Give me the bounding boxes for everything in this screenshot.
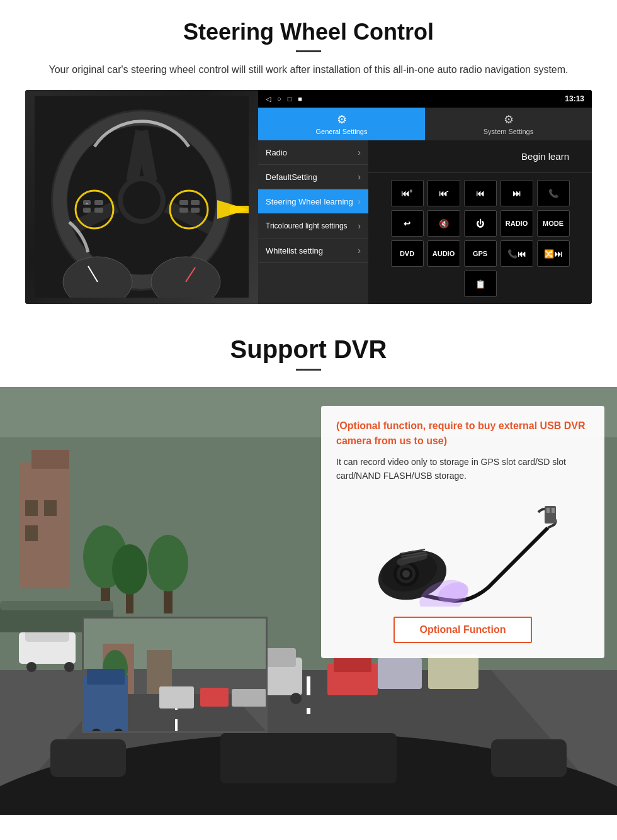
svg-rect-79	[552, 508, 555, 513]
svg-rect-38	[25, 525, 38, 541]
svg-rect-60	[50, 739, 126, 777]
chevron-right-icon: ›	[358, 147, 361, 157]
shuffle-next-button[interactable]: 🔀⏭	[537, 240, 570, 267]
recents-icon: □	[288, 95, 292, 103]
mute-button[interactable]: 🔇	[427, 210, 460, 237]
menu-default-label: DefaultSetting	[266, 172, 317, 182]
tab-general-settings[interactable]: ⚙ General Settings	[258, 108, 425, 140]
svg-rect-58	[0, 601, 113, 610]
begin-learn-area: Begin learn	[368, 140, 592, 173]
svg-rect-61	[220, 733, 397, 783]
steering-wheel-controls-panel: Begin learn ⏮+ ⏮- ⏮	[368, 140, 592, 304]
chevron-right-icon-2: ›	[358, 172, 361, 182]
gps-button[interactable]: GPS	[464, 240, 497, 267]
dvr-device-image	[336, 493, 589, 607]
steering-demo: + -	[25, 90, 592, 304]
system-icon: ⚙	[504, 113, 514, 126]
svg-point-48	[64, 662, 74, 672]
steering-section: Steering Wheel Control Your original car…	[0, 0, 617, 316]
vol-down-button[interactable]: ⏮-	[427, 180, 460, 206]
menu-whitelist-label: Whitelist setting	[266, 246, 323, 255]
svg-rect-16	[94, 200, 103, 205]
menu-item-radio[interactable]: Radio ›	[258, 140, 368, 165]
steering-wheel-svg: + -	[35, 96, 249, 298]
svg-rect-78	[546, 508, 550, 513]
svg-rect-36	[25, 500, 38, 516]
dvr-background: (Optional function, require to buy exter…	[0, 387, 617, 815]
mode-button[interactable]: MODE	[537, 210, 570, 237]
vol-up-icon: ⏮+	[401, 188, 412, 198]
tab-system-label: System Settings	[484, 128, 533, 135]
next-track-icon: ⏭	[512, 189, 521, 198]
steering-wheel-image: + -	[25, 90, 258, 304]
control-row-2: ↩ 🔇 ⏻ RADIO MOD	[372, 210, 588, 237]
gear-icon: ⚙	[337, 113, 347, 126]
menu-item-steering-wheel[interactable]: Steering Wheel learning ›	[258, 189, 368, 214]
clipboard-icon: 📋	[475, 279, 485, 289]
svg-rect-72	[232, 689, 266, 707]
svg-rect-56	[428, 654, 478, 689]
menu-item-whitelist[interactable]: Whitelist setting ›	[258, 238, 368, 263]
audio-button[interactable]: AUDIO	[427, 240, 460, 267]
phone-prev-button[interactable]: 📞⏮	[501, 240, 533, 267]
tab-system-settings[interactable]: ⚙ System Settings	[425, 108, 592, 140]
svg-rect-18	[179, 200, 188, 205]
svg-rect-35	[31, 450, 69, 469]
svg-text:-: -	[86, 209, 88, 213]
android-settings-tabs: ⚙ General Settings ⚙ System Settings	[258, 108, 592, 140]
phone-icon: 📞	[548, 189, 558, 198]
phone-button[interactable]: 📞	[537, 180, 570, 206]
statusbar-nav-icons: ◁ ○ □ ■	[266, 95, 302, 103]
steering-title: Steering Wheel Control	[25, 19, 592, 45]
svg-rect-71	[200, 688, 229, 707]
prev-track-icon: ⏮	[476, 189, 484, 198]
svg-rect-37	[44, 500, 57, 516]
control-button-grid: ⏮+ ⏮- ⏮ ⏭ 📞	[368, 173, 592, 304]
android-ui-panel: ◁ ○ □ ■ 13:13 ⚙ General Settings ⚙ Syste…	[258, 90, 592, 304]
audio-label: AUDIO	[433, 250, 455, 257]
dvd-button[interactable]: DVD	[391, 240, 424, 267]
hangup-icon: ↩	[404, 219, 410, 228]
menu-steering-label: Steering Wheel learning	[266, 197, 353, 206]
chevron-right-icon-4: ›	[358, 221, 361, 231]
svg-rect-23	[230, 206, 249, 213]
prev-track-button[interactable]: ⏮	[464, 180, 497, 206]
optional-function-button[interactable]: Optional Function	[393, 617, 533, 643]
menu-item-tricoloured[interactable]: Tricoloured light settings ›	[258, 214, 368, 238]
chevron-right-icon-3: ›	[358, 196, 361, 206]
clipboard-button[interactable]: 📋	[464, 271, 497, 297]
control-row-3: DVD AUDIO GPS 📞⏮	[372, 240, 588, 267]
menu-tricoloured-label: Tricoloured light settings	[266, 221, 348, 230]
gps-label: GPS	[473, 250, 487, 257]
dvr-camera-svg	[362, 493, 563, 607]
back-call-button[interactable]: ↩	[391, 210, 424, 237]
menu-radio-label: Radio	[266, 148, 287, 157]
home-icon: ○	[277, 95, 281, 103]
menu-item-defaultsetting[interactable]: DefaultSetting ›	[258, 165, 368, 189]
dvr-small-screen	[82, 617, 268, 733]
power-button[interactable]: ⏻	[464, 210, 497, 237]
settings-menu: Radio › DefaultSetting › Steering Wheel …	[258, 140, 368, 304]
dvr-section: Support DVR	[0, 316, 617, 815]
radio-label: RADIO	[506, 220, 528, 227]
next-track-button[interactable]: ⏭	[501, 180, 533, 206]
tab-general-label: General Settings	[316, 128, 368, 135]
svg-rect-62	[491, 739, 567, 777]
statusbar-time: 13:13	[565, 94, 584, 103]
dvr-small-scene-svg	[84, 619, 268, 733]
svg-rect-19	[179, 208, 188, 213]
mode-label: MODE	[543, 220, 563, 227]
control-row-4: 📋	[372, 271, 588, 297]
svg-rect-21	[191, 208, 200, 213]
dvd-label: DVD	[400, 250, 414, 257]
back-icon: ◁	[266, 95, 271, 103]
mute-icon: 🔇	[439, 219, 449, 228]
dvr-optional-text: (Optional function, require to buy exter…	[336, 418, 589, 449]
dvr-title-divider	[296, 369, 321, 371]
svg-rect-17	[94, 208, 103, 213]
begin-learn-button[interactable]: Begin learn	[511, 146, 579, 167]
radio-button[interactable]: RADIO	[501, 210, 533, 237]
vol-up-button[interactable]: ⏮+	[391, 180, 424, 206]
svg-point-85	[402, 570, 410, 578]
svg-rect-74	[87, 669, 125, 685]
